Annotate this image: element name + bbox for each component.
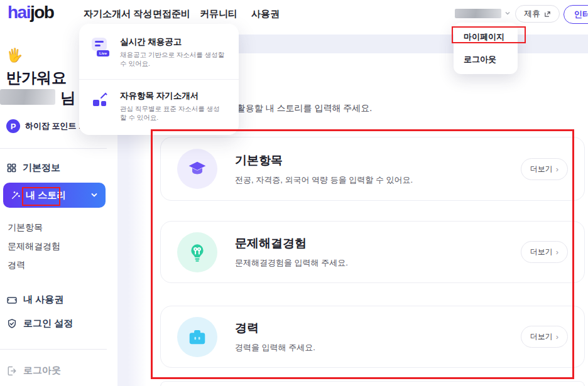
chevron-right-icon: ›: [556, 248, 558, 256]
more-label: 더보기: [530, 164, 553, 174]
nav-community[interactable]: 커뮤니티: [200, 8, 237, 20]
menu-item-free-form[interactable]: 자유항목 자기소개서 관심 직무별로 표준 자소서를 생성할 수 있어요.: [92, 87, 226, 126]
points-row: P 하이잡 포인트 1: [6, 119, 83, 133]
cover-letter-dropdown: Live 실시간 채용공고 채용공고 기반으로 자소서를 생성할 수 있어요. …: [79, 24, 239, 135]
sidebar-item-label: 로그아웃: [23, 365, 61, 377]
menu-item-title: 자유항목 자기소개서: [120, 90, 226, 102]
wave-hand-emoji: 🖐: [6, 48, 23, 63]
card-desc: 경력을 입력해 주세요.: [235, 342, 521, 353]
sidebar-divider: [0, 349, 107, 350]
more-label: 더보기: [530, 247, 553, 257]
sidebar-divider: [0, 148, 107, 149]
interview-button[interactable]: 인터뷰: [564, 5, 588, 24]
logo-hai: hai: [8, 3, 30, 22]
chevron-right-icon: ›: [556, 333, 558, 341]
sidebar-item-my-license[interactable]: 내 사용권: [6, 294, 63, 306]
points-text: 하이잡 포인트 1: [25, 121, 83, 132]
menu-item-desc: 관심 직무별로 표준 자소서를 생성할 수 있어요.: [120, 105, 226, 122]
sidebar-item-label: 기본정보: [23, 162, 60, 174]
greeting-text: 반가워요: [6, 68, 67, 88]
sidebar-item-label: 로그인 설정: [23, 318, 73, 330]
nav-cover-letter[interactable]: 자기소개서 작성: [84, 8, 152, 20]
menu-item-mypage[interactable]: 마이페이지: [464, 31, 508, 43]
story-card-problem-solving[interactable]: 문제해결경험 문제해결경험을 입력해 주세요. 더보기 ›: [160, 221, 585, 283]
user-caret-icon[interactable]: [504, 10, 511, 16]
more-button[interactable]: 더보기 ›: [521, 158, 568, 180]
story-card-basic[interactable]: 기본항목 전공, 자격증, 외국어 역량 등을 입력할 수 있어요. 더보기 ›: [160, 137, 585, 201]
card-title: 경력: [235, 320, 521, 336]
sidebar-item-basic-info[interactable]: 기본정보: [6, 162, 60, 174]
live-badge: Live: [97, 50, 109, 56]
free-form-icon: [92, 90, 112, 108]
nav-license[interactable]: 사용권: [251, 8, 280, 20]
point-badge-icon: P: [6, 119, 20, 133]
menu-item-logout[interactable]: 로그아웃: [464, 54, 508, 65]
briefcase-icon: [177, 317, 217, 357]
card-desc: 문제해결경험을 입력해 주세요.: [235, 257, 521, 269]
sidebar-item-my-story[interactable]: 내 스토리: [3, 183, 106, 208]
chevron-down-icon[interactable]: [90, 191, 98, 199]
menu-item-title: 실시간 채용공고: [120, 36, 226, 48]
external-link-icon: [544, 11, 551, 18]
shield-check-icon: [6, 318, 18, 330]
chevron-right-icon: ›: [556, 165, 558, 173]
card-title: 기본항목: [235, 153, 521, 169]
logout-icon: [6, 365, 18, 377]
sidebar-subitem-career[interactable]: 경력: [8, 260, 25, 271]
story-card-career[interactable]: 경력 경력을 입력해 주세요. 더보기 ›: [160, 306, 585, 368]
nav-interview-prep[interactable]: 면접준비: [153, 8, 190, 20]
card-desc: 전공, 자격증, 외국어 역량 등을 입력할 수 있어요.: [235, 174, 521, 186]
more-label: 더보기: [530, 331, 553, 342]
graduation-cap-icon: [177, 149, 217, 189]
sidebar-subitem-basic[interactable]: 기본항목: [8, 222, 43, 233]
profile-dropdown: 마이페이지 로그아웃: [454, 23, 518, 74]
logo-job: job: [30, 3, 54, 22]
menu-item-desc: 채용공고 기반으로 자소서를 생성할 수 있어요.: [120, 51, 226, 68]
sidebar-item-label: 내 사용권: [23, 294, 63, 306]
more-button[interactable]: 더보기 ›: [521, 326, 568, 348]
points-label: 하이잡 포인트: [25, 121, 77, 131]
menu-item-realtime-jobs[interactable]: Live 실시간 채용공고 채용공고 기반으로 자소서를 생성할 수 있어요.: [92, 33, 226, 72]
user-name-redacted: [0, 89, 55, 105]
ticket-icon: [6, 294, 18, 306]
username-redacted[interactable]: [455, 9, 501, 18]
card-title: 문제해결경험: [235, 235, 521, 252]
card-text: 경력 경력을 입력해 주세요.: [235, 320, 521, 353]
realtime-jobs-icon: Live: [92, 36, 112, 56]
grid-icon: [6, 163, 17, 173]
card-text: 문제해결경험 문제해결경험을 입력해 주세요.: [235, 235, 521, 269]
lightbulb-icon: [177, 232, 217, 272]
sidebar-subitem-problem-solving[interactable]: 문제해결경험: [8, 241, 60, 252]
sidebar-item-logout[interactable]: 로그아웃: [6, 365, 61, 377]
sidebar-item-label: 내 스토리: [26, 190, 66, 201]
interview-label: 인터뷰: [574, 9, 588, 20]
name-suffix: 님: [60, 88, 75, 108]
dropdown-divider: [79, 79, 239, 80]
card-text: 기본항목 전공, 자격증, 외국어 역량 등을 입력할 수 있어요.: [235, 153, 521, 186]
magic-wand-icon: [11, 190, 21, 200]
app-window: haijob 자기소개서 작성 면접준비 커뮤니티 사용권 제휴 인터뷰 🖐 반…: [0, 0, 588, 386]
more-button[interactable]: 더보기 ›: [521, 241, 568, 263]
logo[interactable]: haijob: [8, 3, 53, 23]
partner-label: 제휴: [524, 8, 540, 19]
sidebar-item-login-settings[interactable]: 로그인 설정: [6, 318, 73, 330]
story-card-partial: [160, 381, 585, 386]
partner-button[interactable]: 제휴: [515, 5, 560, 23]
